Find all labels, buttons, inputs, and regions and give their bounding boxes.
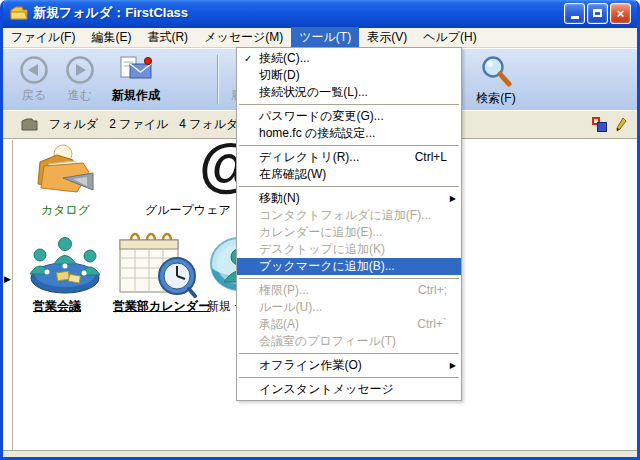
close-button[interactable]: × bbox=[610, 3, 631, 24]
menu-item-conference-profile[interactable]: 会議室のプロフィール(T) bbox=[237, 333, 461, 350]
tools-menu: ✓ 接続(C)... 切断(D) 接続状況の一覧(L)... パスワードの変更(… bbox=[236, 47, 462, 401]
icon-sales-calendar[interactable] bbox=[115, 228, 197, 302]
flag-palette-icon[interactable] bbox=[592, 117, 608, 133]
window-folder-icon bbox=[10, 6, 28, 20]
infobar-folder-icon bbox=[21, 118, 38, 131]
menubar-item-help[interactable]: ヘルプ(H) bbox=[415, 27, 485, 48]
forward-button[interactable]: 進む bbox=[57, 55, 103, 104]
label-sales-meeting[interactable]: 営業会議 bbox=[33, 298, 81, 315]
minimize-button[interactable] bbox=[564, 3, 585, 24]
icon-catalog[interactable] bbox=[35, 142, 95, 202]
pane-divider bbox=[12, 140, 13, 450]
menu-separator bbox=[239, 104, 459, 105]
submenu-arrow-icon: ▶ bbox=[450, 190, 456, 207]
pencil-icon[interactable] bbox=[616, 117, 627, 132]
minimize-icon bbox=[571, 16, 579, 19]
infobar-folder-label: フォルダ bbox=[49, 116, 98, 133]
menu-item-homefc-settings[interactable]: home.fc の接続設定... bbox=[237, 125, 461, 142]
menu-item-add-contact-folder[interactable]: コンタクトフォルダに追加(F)... bbox=[237, 207, 461, 224]
menubar-item-view[interactable]: 表示(V) bbox=[359, 27, 415, 48]
app-window: 新規フォルダ：FirstClass × ファイル(F) 編集(E) 書式(R) … bbox=[0, 0, 640, 460]
menu-item-approve[interactable]: 承認(A) Ctrl+` bbox=[237, 316, 461, 333]
back-button[interactable]: 戻る bbox=[11, 55, 57, 104]
menu-separator bbox=[239, 353, 459, 354]
menu-separator bbox=[239, 377, 459, 378]
close-icon: × bbox=[617, 7, 625, 20]
label-catalog[interactable]: カタログ bbox=[41, 202, 90, 219]
new-button[interactable]: 新規作成 bbox=[105, 55, 167, 104]
menu-item-presence[interactable]: 在席確認(W) bbox=[237, 166, 461, 183]
screen: 新規フォルダ：FirstClass × ファイル(F) 編集(E) 書式(R) … bbox=[0, 0, 640, 460]
menubar-item-format[interactable]: 書式(R) bbox=[139, 27, 196, 48]
menu-separator bbox=[239, 145, 459, 146]
menu-item-connect[interactable]: ✓ 接続(C)... bbox=[237, 50, 461, 67]
submenu-arrow-icon: ▶ bbox=[450, 357, 456, 374]
menu-item-instant-message[interactable]: インスタントメッセージ bbox=[237, 381, 461, 398]
forward-arrow-icon bbox=[65, 55, 95, 85]
menu-separator bbox=[239, 186, 459, 187]
menu-item-connection-list[interactable]: 接続状況の一覧(L)... bbox=[237, 84, 461, 101]
menu-item-rules[interactable]: ルール(U)... bbox=[237, 299, 461, 316]
checkmark-icon: ✓ bbox=[244, 50, 252, 67]
search-button[interactable]: 検索(F) bbox=[471, 54, 521, 107]
menu-bar: ファイル(F) 編集(E) 書式(R) メッセージ(M) ツール(T) 表示(V… bbox=[3, 28, 637, 48]
menu-item-offline-work[interactable]: オフライン作業(O) ▶ bbox=[237, 357, 461, 374]
menubar-item-message[interactable]: メッセージ(M) bbox=[196, 27, 291, 48]
shortcut-text: Ctrl+; bbox=[408, 282, 447, 299]
toolbar-separator bbox=[217, 55, 218, 104]
new-document-icon bbox=[118, 55, 154, 85]
menu-item-add-desktop[interactable]: デスクトップに追加(K) bbox=[237, 241, 461, 258]
title-bar[interactable]: 新規フォルダ：FirstClass × bbox=[3, 0, 637, 28]
maximize-button[interactable] bbox=[587, 3, 608, 24]
search-icon bbox=[479, 54, 513, 88]
menubar-item-edit[interactable]: 編集(E) bbox=[83, 27, 139, 48]
menu-item-move[interactable]: 移動(N) ▶ bbox=[237, 190, 461, 207]
catalog-folder-icon bbox=[35, 142, 95, 198]
label-sales-calendar[interactable]: 営業部カレンダー bbox=[113, 298, 210, 315]
status-strip bbox=[3, 450, 637, 457]
window-title: 新規フォルダ：FirstClass bbox=[33, 4, 188, 22]
menu-item-add-calendar[interactable]: カレンダーに追加(E)... bbox=[237, 224, 461, 241]
menubar-item-file[interactable]: ファイル(F) bbox=[3, 27, 83, 48]
infobar-file-count: 2 ファイル bbox=[109, 116, 168, 133]
menu-item-directory[interactable]: ディレクトリ(R)... Ctrl+L bbox=[237, 149, 461, 166]
meeting-table-icon bbox=[27, 232, 103, 298]
split-handle-icon[interactable]: ▶ bbox=[4, 274, 11, 284]
menu-item-change-password[interactable]: パスワードの変更(G)... bbox=[237, 108, 461, 125]
maximize-icon bbox=[593, 9, 602, 17]
menu-item-add-bookmark[interactable]: ブックマークに追加(B)... bbox=[237, 258, 461, 275]
menu-item-disconnect[interactable]: 切断(D) bbox=[237, 67, 461, 84]
menu-separator bbox=[239, 278, 459, 279]
menubar-item-tools[interactable]: ツール(T) bbox=[291, 27, 359, 48]
icon-sales-meeting[interactable] bbox=[27, 232, 103, 302]
shortcut-text: Ctrl+L bbox=[405, 149, 447, 166]
shortcut-text: Ctrl+` bbox=[407, 316, 447, 333]
menu-item-permissions[interactable]: 権限(P)... Ctrl+; bbox=[237, 282, 461, 299]
calendar-clock-icon bbox=[115, 228, 197, 298]
back-arrow-icon bbox=[19, 55, 49, 85]
